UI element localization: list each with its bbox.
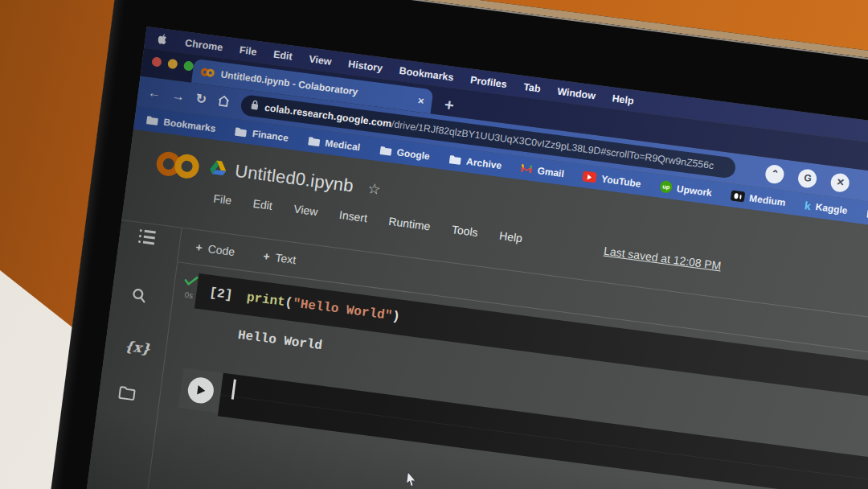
run-cell-button[interactable] [186,376,215,405]
extension-g-icon[interactable]: G [797,168,818,189]
folder-icon [379,145,392,156]
youtube-icon [583,171,597,183]
empty-code-cell[interactable] [178,368,868,489]
code-line[interactable]: print("Hello World") [246,290,401,325]
menu-item-edit[interactable]: Edit [272,48,293,62]
folder-icon [307,135,321,146]
colab-menu-help[interactable]: Help [498,229,523,245]
files-folder-icon[interactable] [117,385,137,405]
bookmark-kaggle[interactable]: k Kaggle [804,199,848,217]
star-icon[interactable]: ☆ [366,179,382,199]
menu-item-history[interactable]: History [347,58,383,73]
bookmark-medical[interactable]: Medical [307,134,361,152]
colab-logo [155,150,200,180]
menu-item-tab[interactable]: Tab [523,81,542,95]
medium-icon [731,190,746,202]
lock-icon [250,99,260,114]
folder-icon [448,154,462,165]
bookmark-archive[interactable]: Archive [448,153,502,171]
menu-item-file[interactable]: File [239,44,257,58]
kaggle-icon: k [804,199,812,212]
last-saved-status[interactable]: Last saved at 12:08 PM [603,244,722,273]
folder-icon [145,114,159,125]
bookmark-google[interactable]: Google [379,144,431,162]
apple-logo-icon[interactable] [158,33,170,47]
menu-item-chrome[interactable]: Chrome [185,37,224,53]
minimize-window-button[interactable] [167,59,178,69]
sidebar-divider [136,228,182,489]
extension-chevron-icon[interactable]: ⌃ [764,163,785,184]
menu-item-window[interactable]: Window [557,85,596,101]
colab-menu-insert[interactable]: Insert [338,208,368,224]
colab-menu-edit[interactable]: Edit [252,197,273,212]
menu-item-bookmarks[interactable]: Bookmarks [399,64,454,83]
home-icon[interactable] [217,94,231,110]
colab-menu-tools[interactable]: Tools [451,223,478,239]
new-tab-button[interactable]: + [444,97,455,113]
checkmark-icon [183,275,199,287]
forward-icon[interactable]: → [171,89,186,104]
menu-item-help[interactable]: Help [612,92,635,106]
add-code-button[interactable]: +Code [195,240,235,258]
bookmark-youtube[interactable]: YouTube [583,171,642,189]
folder-icon [234,126,248,138]
colab-menu-file[interactable]: File [213,192,232,208]
bookmark-finance[interactable]: Finance [234,125,289,144]
zoom-window-button[interactable] [183,60,194,71]
variables-icon[interactable]: {x} [124,338,151,357]
bookmark-medium[interactable]: Medium [731,190,787,208]
execution-count: [2] [208,286,233,303]
drive-icon [208,158,228,179]
run-cell-area[interactable] [178,368,223,413]
extension-x-icon[interactable]: ✕ [830,172,851,193]
laptop-screen: Chrome File Edit View History Bookmarks … [76,27,868,489]
gmail-icon [520,163,533,174]
window-controls [151,56,194,72]
cell-output: Hello World [237,328,323,353]
colab-menu-runtime[interactable]: Runtime [388,215,432,233]
extension-icons: ⌃ G ✕ [764,163,850,192]
table-of-contents-icon[interactable] [138,229,156,244]
mouse-cursor [404,471,420,489]
colab-favicon [200,68,215,77]
tab-close-icon[interactable]: × [417,94,424,107]
menu-item-view[interactable]: View [309,53,333,68]
bookmark-upwork[interactable]: up Upwork [659,180,712,199]
colab-menu-view[interactable]: View [293,202,319,218]
back-icon[interactable]: ← [147,86,162,101]
search-icon[interactable] [130,286,149,307]
bookmark-gmail[interactable]: Gmail [520,162,565,179]
code-editor[interactable] [218,373,868,489]
reload-icon[interactable]: ↻ [194,92,207,107]
upwork-icon: up [659,180,673,194]
bookmark-bookmarks[interactable]: Bookmarks [145,113,216,134]
close-window-button[interactable] [151,56,162,67]
add-text-button[interactable]: +Text [263,249,297,266]
play-icon [194,384,207,397]
laptop-bezel: Chrome File Edit View History Bookmarks … [31,0,868,489]
notebook-title[interactable]: Untitled0.ipynb [234,161,355,197]
menu-item-profiles[interactable]: Profiles [469,74,507,90]
